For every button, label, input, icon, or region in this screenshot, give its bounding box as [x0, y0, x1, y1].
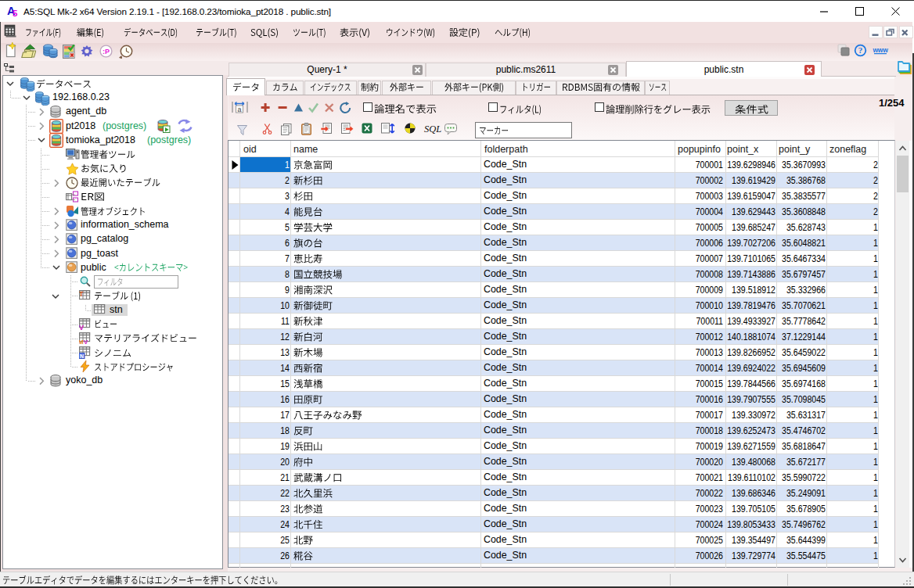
- svg-text:V: V: [84, 339, 88, 345]
- svg-text:a: a: [237, 106, 241, 113]
- svg-text::P: :P: [103, 48, 110, 56]
- svg-text:www: www: [873, 46, 889, 54]
- svg-text:T: T: [79, 290, 84, 298]
- svg-text:SQL: SQL: [424, 124, 441, 134]
- svg-text:V: V: [79, 324, 84, 331]
- svg-text:N: N: [80, 353, 84, 359]
- svg-text:?: ?: [858, 45, 863, 55]
